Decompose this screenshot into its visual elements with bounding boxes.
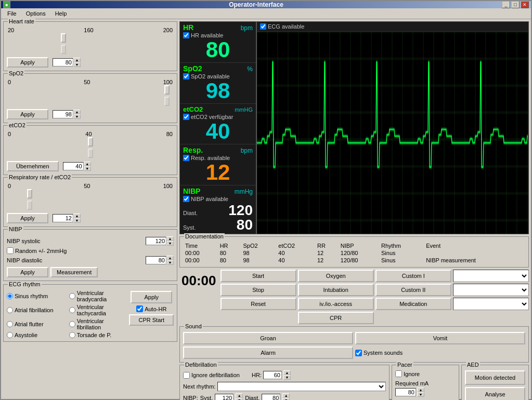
ecg-available-checkbox[interactable] — [260, 23, 266, 30]
resp-value-input[interactable] — [53, 214, 73, 222]
etco2-value-input[interactable] — [63, 162, 84, 170]
pacer-ma-input[interactable] — [395, 388, 416, 396]
cpr-button[interactable]: CPR — [298, 312, 374, 324]
heart-rate-slider2[interactable] — [8, 45, 173, 54]
heart-rate-up[interactable]: ▲ — [73, 58, 81, 62]
atrial-flutter-radio[interactable] — [7, 321, 13, 327]
custom1-dropdown[interactable] — [453, 270, 529, 282]
stop-button[interactable]: Stop — [220, 284, 296, 296]
minimize-button[interactable]: _ — [502, 1, 510, 8]
resp-slider2[interactable] — [8, 201, 173, 210]
pacer-ma-spin: ▲ ▼ — [395, 388, 456, 397]
defib-hr-down[interactable]: ▼ — [283, 375, 291, 380]
atrial-fib-label: Atrial fibrillation — [7, 304, 65, 316]
defib-diast-input[interactable] — [262, 394, 280, 400]
heart-rate-slider[interactable] — [8, 33, 173, 43]
pacer-ma-up[interactable]: ▲ — [417, 388, 424, 392]
vomit-button[interactable]: Vomit — [355, 332, 525, 344]
nibp-available-checkbox[interactable] — [183, 196, 189, 202]
heart-rate-value[interactable] — [53, 58, 73, 66]
defib-hr-input[interactable] — [263, 371, 282, 379]
iv-button[interactable]: iv./io.-access — [298, 298, 374, 310]
groan-button[interactable]: Groan — [183, 332, 353, 344]
spo2-value-input[interactable] — [53, 110, 73, 118]
nibp-systolic-down[interactable]: ▼ — [166, 241, 174, 246]
resp-up[interactable]: ▲ — [73, 214, 81, 218]
etco2-labels: 0 40 80 — [7, 131, 174, 137]
ventricular-brady-radio[interactable] — [69, 293, 75, 299]
pacer-ma-down[interactable]: ▼ — [417, 392, 424, 397]
defib-syst-input[interactable] — [215, 394, 233, 400]
sinus-rhythm-radio[interactable] — [7, 293, 13, 299]
spo2-slider2[interactable] — [8, 97, 173, 106]
ventricular-tachy-radio[interactable] — [69, 307, 75, 313]
custom2-button[interactable]: Custom II — [375, 284, 451, 296]
auto-hr-checkbox[interactable] — [136, 305, 143, 312]
custom1-button[interactable]: Custom I — [375, 270, 451, 282]
defib-ignore-checkbox[interactable] — [183, 372, 190, 379]
resp-apply-button[interactable]: Apply — [7, 213, 48, 223]
spo2-apply-button[interactable]: Apply — [7, 109, 48, 119]
etco2-down[interactable]: ▼ — [84, 166, 91, 171]
motion-detected-button[interactable]: Motion detected — [465, 370, 525, 385]
close-button[interactable]: ✕ — [521, 1, 529, 8]
etco2-slider2[interactable] — [8, 149, 173, 158]
start-button[interactable]: Start — [220, 270, 296, 282]
nibp-apply-button[interactable]: Apply — [7, 267, 48, 277]
alarm-button[interactable]: Alarm — [183, 346, 353, 359]
spo2-up[interactable]: ▲ — [73, 110, 81, 114]
torsade-radio[interactable] — [69, 332, 75, 338]
heart-rate-apply-button[interactable]: Apply — [7, 57, 48, 68]
custom2-dropdown[interactable] — [453, 284, 529, 296]
nibp-systolic-up[interactable]: ▲ — [166, 236, 174, 241]
medication-button[interactable]: Medication — [375, 298, 451, 310]
etco2-apply-button[interactable]: Übernehmen — [7, 161, 59, 171]
restore-button[interactable]: □ — [511, 1, 520, 8]
ecg-apply-button[interactable]: Apply — [131, 291, 172, 303]
menu-options[interactable]: Options — [22, 9, 50, 18]
etco2-up[interactable]: ▲ — [84, 162, 91, 166]
ecg-rhythm-group: ECG rhythm Sinus rhythm Ventricular brad… — [3, 284, 177, 342]
menu-file[interactable]: File — [3, 9, 21, 18]
defib-diast-down[interactable]: ▼ — [282, 398, 290, 400]
medication-dropdown[interactable] — [453, 298, 529, 310]
spo2-down[interactable]: ▼ — [73, 114, 81, 119]
nibp-diastolic-input[interactable] — [146, 256, 166, 264]
resp-down[interactable]: ▼ — [73, 218, 81, 223]
analyse-button[interactable]: Analyse — [465, 387, 525, 400]
defib-syst-down[interactable]: ▼ — [236, 398, 243, 400]
heart-rate-down[interactable]: ▼ — [73, 62, 81, 67]
defib-diast-up[interactable]: ▲ — [282, 393, 290, 398]
system-sounds-check: System sounds — [355, 346, 525, 359]
resp-available-checkbox[interactable] — [183, 155, 189, 161]
defib-hr-up[interactable]: ▲ — [283, 370, 291, 375]
resp-arrows: ▲ ▼ — [73, 214, 81, 223]
ventricular-fib-radio[interactable] — [69, 321, 75, 327]
oxygen-button[interactable]: Oxygen — [298, 270, 374, 282]
atrial-fib-radio[interactable] — [7, 307, 13, 313]
spo2-spin: ▲ ▼ — [53, 110, 81, 119]
menu-help[interactable]: Help — [51, 9, 71, 18]
cpr-start-button[interactable]: CPR Start — [129, 314, 174, 326]
resp-section: Resp. bpm Resp. available 12 — [180, 144, 256, 185]
nibp-diastolic-up[interactable]: ▲ — [166, 256, 174, 260]
ecg-canvas — [257, 32, 528, 234]
nibp-systolic-input[interactable] — [146, 237, 166, 245]
defib-syst-up[interactable]: ▲ — [236, 393, 243, 398]
intubation-button[interactable]: Intubation — [298, 284, 374, 296]
nibp-measurement-button[interactable]: Measurement — [50, 267, 98, 277]
spo2-available-checkbox[interactable] — [183, 73, 189, 79]
defib-next-rhythm-dropdown[interactable] — [217, 382, 386, 391]
pacer-ignore-checkbox[interactable] — [395, 370, 402, 377]
spo2-slider[interactable] — [8, 85, 173, 95]
hr-available-checkbox[interactable] — [183, 32, 189, 38]
pacer-ignore-check: Ignore — [395, 370, 456, 377]
resp-slider[interactable] — [8, 189, 173, 198]
system-sounds-checkbox[interactable] — [355, 350, 362, 356]
etco2-slider[interactable] — [8, 137, 173, 146]
reset-button[interactable]: Reset — [220, 298, 296, 310]
etco2-available-checkbox[interactable] — [183, 114, 189, 120]
nibp-random-checkbox[interactable] — [7, 247, 14, 254]
asystolie-radio[interactable] — [7, 332, 13, 338]
nibp-diastolic-down[interactable]: ▼ — [166, 260, 174, 265]
